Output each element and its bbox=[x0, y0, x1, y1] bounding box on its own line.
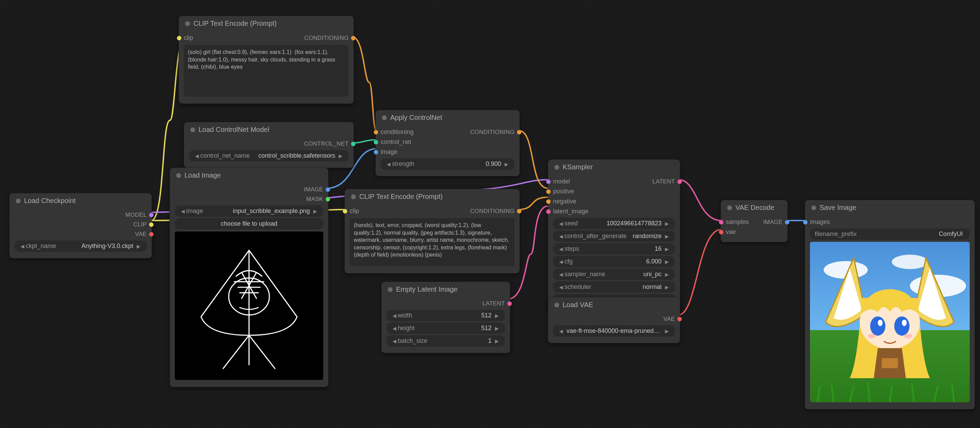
port-dot[interactable] bbox=[719, 230, 724, 234]
number-steps[interactable]: ◀steps16▶ bbox=[553, 243, 675, 255]
node-load-controlnet-model[interactable]: Load ControlNet Model CONTROL_NET ◀contr… bbox=[184, 122, 354, 168]
upload-button[interactable]: choose file to upload bbox=[175, 218, 323, 229]
arrow-left-icon[interactable]: ◀ bbox=[19, 243, 26, 249]
arrow-left-icon[interactable]: ◀ bbox=[385, 161, 392, 167]
arrow-right-icon[interactable]: ▶ bbox=[663, 272, 670, 277]
arrow-left-icon[interactable]: ◀ bbox=[558, 259, 564, 264]
arrow-right-icon[interactable]: ▶ bbox=[663, 234, 670, 239]
svg-point-4 bbox=[892, 255, 928, 269]
arrow-left-icon[interactable]: ◀ bbox=[558, 234, 564, 239]
port-dot[interactable] bbox=[517, 209, 522, 213]
port-dot[interactable] bbox=[803, 220, 808, 224]
node-load-image[interactable]: Load Image IMAGE MASK ◀imageinput_scribb… bbox=[170, 168, 328, 387]
arrow-left-icon[interactable]: ◀ bbox=[391, 326, 398, 331]
collapse-icon[interactable] bbox=[727, 205, 732, 210]
port-dot[interactable] bbox=[678, 179, 682, 184]
arrow-left-icon[interactable]: ◀ bbox=[391, 338, 398, 344]
collapse-icon[interactable] bbox=[811, 205, 816, 210]
port-dot[interactable] bbox=[351, 36, 356, 40]
port-dot[interactable] bbox=[326, 188, 330, 192]
node-clip-text-encode-positive[interactable]: CLIP Text Encode (Prompt) clipCONDITIONI… bbox=[179, 16, 354, 104]
arrow-left-icon[interactable]: ◀ bbox=[391, 313, 398, 318]
port-dot[interactable] bbox=[374, 130, 378, 134]
number-width[interactable]: ◀width512▶ bbox=[387, 310, 505, 321]
output-vae: VAE bbox=[135, 231, 147, 238]
combo-vae-name[interactable]: ◀vae-ft-mse-840000-ema-pruned.safetensor… bbox=[553, 325, 675, 337]
port-dot[interactable] bbox=[149, 213, 154, 218]
collapse-icon[interactable] bbox=[185, 21, 190, 26]
combo-scheduler[interactable]: ◀schedulernormal▶ bbox=[553, 281, 675, 293]
arrow-right-icon[interactable]: ▶ bbox=[503, 161, 510, 167]
arrow-left-icon[interactable]: ◀ bbox=[558, 328, 564, 334]
arrow-right-icon[interactable]: ▶ bbox=[663, 246, 670, 252]
arrow-left-icon[interactable]: ◀ bbox=[558, 246, 564, 252]
node-empty-latent-image[interactable]: Empty Latent Image LATENT ◀width512▶ ◀he… bbox=[381, 282, 510, 353]
collapse-icon[interactable] bbox=[351, 194, 356, 199]
node-load-vae[interactable]: Load VAE VAE ◀vae-ft-mse-840000-ema-prun… bbox=[548, 297, 680, 343]
arrow-right-icon[interactable]: ▶ bbox=[663, 285, 670, 290]
text-filename-prefix[interactable]: filename_prefixComfyUI bbox=[810, 228, 970, 240]
collapse-icon[interactable] bbox=[554, 165, 559, 170]
output-preview-icon bbox=[810, 242, 970, 402]
port-dot[interactable] bbox=[546, 179, 550, 184]
arrow-left-icon[interactable]: ◀ bbox=[558, 285, 564, 290]
arrow-right-icon[interactable]: ▶ bbox=[493, 313, 500, 318]
port-dot[interactable] bbox=[326, 197, 330, 202]
port-dot[interactable] bbox=[546, 189, 550, 194]
arrow-right-icon[interactable]: ▶ bbox=[663, 328, 670, 334]
port-dot[interactable] bbox=[678, 317, 682, 321]
collapse-icon[interactable] bbox=[554, 302, 559, 307]
port-dot[interactable] bbox=[149, 232, 154, 237]
arrow-left-icon[interactable]: ◀ bbox=[558, 221, 564, 226]
port-dot[interactable] bbox=[374, 150, 378, 154]
combo-sampler-name[interactable]: ◀sampler_nameuni_pc▶ bbox=[553, 269, 675, 280]
arrow-right-icon[interactable]: ▶ bbox=[663, 221, 670, 226]
number-batch-size[interactable]: ◀batch_size1▶ bbox=[387, 335, 505, 347]
port-dot[interactable] bbox=[785, 220, 789, 224]
arrow-right-icon[interactable]: ▶ bbox=[493, 338, 500, 344]
arrow-left-icon[interactable]: ◀ bbox=[194, 153, 200, 159]
collapse-icon[interactable] bbox=[16, 199, 21, 204]
port-dot[interactable] bbox=[149, 223, 154, 227]
collapse-icon[interactable] bbox=[382, 115, 387, 120]
prompt-textarea[interactable]: (solo) girl (flat chest:0.9), (fennec ea… bbox=[184, 45, 348, 97]
number-cfg[interactable]: ◀cfg6.000▶ bbox=[553, 256, 675, 267]
output-conditioning: CONDITIONING bbox=[470, 129, 515, 136]
node-load-checkpoint[interactable]: Load Checkpoint MODEL CLIP VAE ◀ckpt_nam… bbox=[9, 193, 152, 258]
node-clip-text-encode-negative[interactable]: CLIP Text Encode (Prompt) clipCONDITIONI… bbox=[345, 189, 520, 274]
node-save-image[interactable]: Save Image images filename_prefixComfyUI bbox=[805, 200, 975, 409]
combo-ckpt-name[interactable]: ◀ckpt_nameAnything-V3.0.ckpt▶ bbox=[14, 240, 147, 252]
node-title: Empty Latent Image bbox=[396, 285, 458, 293]
combo-controlnet-name[interactable]: ◀control_net_namecontrol_scribble.safete… bbox=[189, 150, 348, 161]
collapse-icon[interactable] bbox=[176, 173, 181, 178]
port-dot[interactable] bbox=[546, 209, 550, 214]
collapse-icon[interactable] bbox=[190, 127, 195, 132]
port-dot[interactable] bbox=[343, 209, 347, 213]
combo-image[interactable]: ◀imageinput_scribble_example.png▶ bbox=[175, 205, 323, 217]
port-dot[interactable] bbox=[177, 36, 181, 40]
port-dot[interactable] bbox=[351, 142, 356, 146]
arrow-right-icon[interactable]: ▶ bbox=[337, 153, 344, 159]
combo-control-after-generate[interactable]: ◀control_after_generaterandomize▶ bbox=[553, 231, 675, 242]
port-dot[interactable] bbox=[517, 130, 522, 134]
port-dot[interactable] bbox=[546, 199, 550, 204]
number-height[interactable]: ◀height512▶ bbox=[387, 323, 505, 334]
collapse-icon[interactable] bbox=[388, 287, 393, 292]
port-dot[interactable] bbox=[374, 140, 378, 144]
node-title: VAE Decode bbox=[735, 204, 774, 212]
prompt-textarea[interactable]: (hands), text, error, cropped, (worst qu… bbox=[350, 218, 515, 266]
arrow-left-icon[interactable]: ◀ bbox=[180, 208, 186, 214]
port-dot[interactable] bbox=[508, 302, 512, 306]
port-dot[interactable] bbox=[719, 220, 724, 224]
node-vae-decode[interactable]: VAE Decode samplesIMAGE vae bbox=[721, 200, 788, 242]
arrow-right-icon[interactable]: ▶ bbox=[663, 259, 670, 264]
node-apply-controlnet[interactable]: Apply ControlNet conditioningCONDITIONIN… bbox=[375, 110, 520, 176]
input-samples: samples bbox=[726, 218, 749, 226]
number-strength[interactable]: ◀strength0.900▶ bbox=[380, 158, 515, 170]
arrow-right-icon[interactable]: ▶ bbox=[312, 208, 318, 214]
arrow-right-icon[interactable]: ▶ bbox=[135, 243, 142, 249]
node-ksampler[interactable]: KSampler modelLATENT positive negative l… bbox=[548, 159, 680, 312]
arrow-right-icon[interactable]: ▶ bbox=[493, 326, 500, 331]
arrow-left-icon[interactable]: ◀ bbox=[558, 272, 564, 277]
number-seed[interactable]: ◀seed1002496614778823▶ bbox=[553, 218, 675, 229]
